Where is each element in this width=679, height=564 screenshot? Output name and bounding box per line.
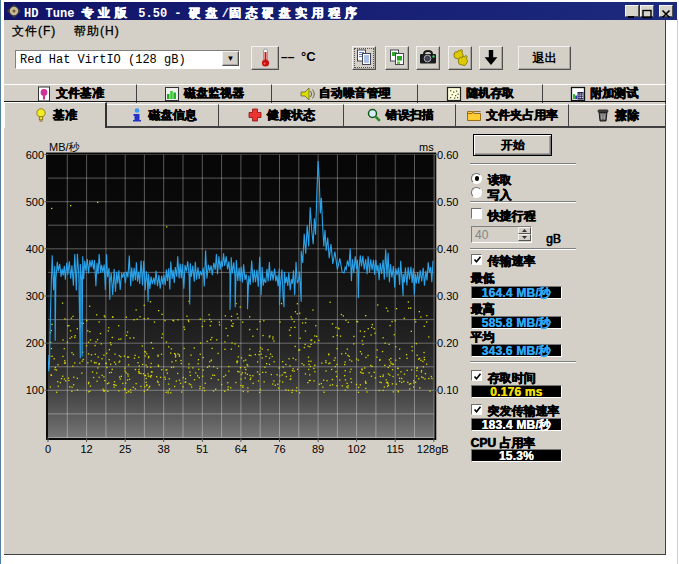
svg-text:76: 76 [273,443,285,455]
svg-text:100: 100 [26,384,44,396]
svg-text:25: 25 [119,443,131,455]
svg-text:0.60: 0.60 [437,149,458,161]
svg-text:200: 200 [26,337,44,349]
svg-text:64: 64 [235,443,247,455]
svg-text:400: 400 [26,243,44,255]
svg-text:ms: ms [419,141,434,153]
svg-text:115: 115 [386,443,404,455]
svg-text:102: 102 [347,443,365,455]
svg-text:38: 38 [158,443,170,455]
svg-text:MB/秒: MB/秒 [49,141,81,153]
svg-text:0.50: 0.50 [437,196,458,208]
svg-text:300: 300 [26,290,44,302]
svg-text:0.40: 0.40 [437,243,458,255]
svg-text:600: 600 [26,149,44,161]
svg-text:0.30: 0.30 [437,290,458,302]
svg-text:0: 0 [45,443,51,455]
svg-text:500: 500 [26,196,44,208]
svg-text:12: 12 [80,443,92,455]
svg-text:0.20: 0.20 [437,337,458,349]
svg-text:128gB: 128gB [417,443,449,455]
svg-text:89: 89 [312,443,324,455]
svg-text:0.10: 0.10 [437,384,458,396]
svg-text:51: 51 [196,443,208,455]
